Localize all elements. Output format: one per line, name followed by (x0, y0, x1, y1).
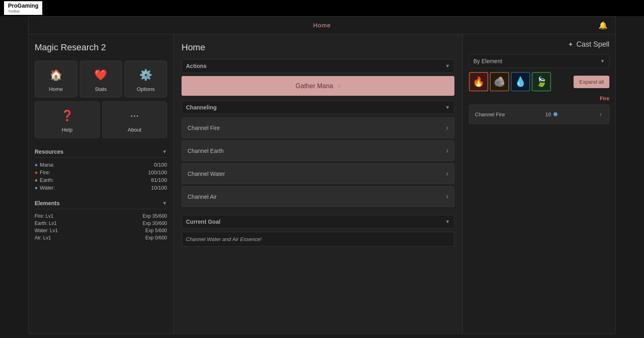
resources-title: Resources (35, 148, 64, 155)
resources-list: ● Mana: 0/100 ● Fire: 100/100 ● Earth: (35, 161, 167, 192)
gather-mana-label: Gather Mana (295, 82, 333, 90)
channel-fire-spell-label: Channel Fire (475, 111, 505, 117)
water-value: 10/100 (151, 185, 167, 191)
elements-section-header[interactable]: Elements ▼ (35, 198, 167, 209)
element-earth: Earth: Lv1 Exp 30/600 (35, 220, 167, 227)
current-goal-section: Current Goal ▼ Channel Water and Air Ess… (182, 215, 454, 247)
channel-fire-button[interactable]: Channel Fire › (182, 117, 454, 138)
channeling-title: Channeling (186, 104, 217, 111)
channel-air-label: Channel Air (188, 194, 217, 200)
resource-mana: ● Mana: 0/100 (35, 161, 167, 169)
mana-dot-icon: ● (35, 162, 38, 168)
help-icon: ❓ (58, 107, 76, 124)
current-goal-title: Current Goal (186, 218, 221, 225)
sidebar: Magic Research 2 🏠 Home ❤️ Stats ⚙️ Opti… (29, 34, 173, 334)
gather-mana-arrow-icon: › (338, 82, 341, 90)
element-air: Air: Lv1 Exp 0/600 (35, 234, 167, 241)
channeling-section-bar[interactable]: Channeling ▼ (182, 101, 454, 114)
earth-value: 81/100 (151, 177, 167, 183)
elements-section: Elements ▼ Fire: Lv1 Exp 35/600 Earth: L… (35, 198, 167, 241)
app-container: Home 🔔 Magic Research 2 🏠 Home ❤️ Stats … (28, 16, 616, 334)
element-earth-label: Earth: Lv1 (35, 221, 57, 226)
element-fire-exp: Exp 35/600 (142, 213, 167, 219)
resource-earth: ● Earth: 81/100 (35, 176, 167, 184)
channel-earth-button[interactable]: Channel Earth › (182, 140, 454, 161)
channel-fire-count-value: 10 (545, 111, 551, 117)
channel-fire-arrow-button[interactable]: › (598, 109, 603, 120)
actions-section-bar[interactable]: Actions ▼ (182, 59, 454, 73)
resource-water: ● Water: 10/100 (35, 184, 167, 192)
mana-label: Mana: (40, 162, 54, 168)
water-element-icon[interactable]: 💧 (511, 72, 530, 91)
nav-label-stats: Stats (95, 86, 107, 92)
gather-mana-button[interactable]: Gather Mana › (182, 76, 454, 96)
actions-title: Actions (186, 63, 206, 69)
channel-air-button[interactable]: Channel Air › (182, 186, 454, 207)
center-content: Home Actions ▼ Gather Mana › Channeling … (173, 34, 462, 334)
logo-box: ProGaming Toolbar (4, 1, 42, 14)
nav-btn-help[interactable]: ❓ Help (35, 101, 100, 138)
mana-value: 0/100 (154, 162, 167, 168)
nav-grid-top: 🏠 Home ❤️ Stats ⚙️ Options (35, 61, 167, 97)
fire-element-label: Fire (469, 95, 609, 101)
fire-dot-icon: ● (35, 169, 38, 175)
water-dot-icon: ● (35, 185, 38, 191)
channel-fire-spell-row[interactable]: Channel Fire 10 › (469, 105, 609, 124)
element-fire: Fire: Lv1 Exp 35/600 (35, 212, 167, 220)
channel-fire-label: Channel Fire (188, 125, 220, 131)
channel-air-arrow-icon: › (446, 192, 448, 201)
element-earth-exp: Exp 30/600 (142, 221, 167, 226)
element-water: Water: Lv1 Exp 5/600 (35, 227, 167, 234)
wand-icon: ✦ (568, 41, 573, 48)
element-air-label: Air: Lv1 (35, 235, 51, 241)
element-icons-row: 🔥 🪨 💧 🍃 Expand all (469, 72, 609, 91)
elements-chevron-icon: ▼ (162, 200, 167, 206)
stats-icon: ❤️ (92, 66, 109, 84)
about-icon: ··· (126, 107, 143, 124)
app-header: Home 🔔 (29, 16, 615, 34)
nav-label-options: Options (137, 86, 155, 92)
nav-btn-stats[interactable]: ❤️ Stats (80, 61, 122, 97)
cast-spell-header: ✦ Cast Spell (469, 40, 609, 49)
channel-earth-arrow-icon: › (446, 146, 448, 155)
element-air-exp: Exp 0/600 (145, 235, 167, 241)
resources-section-header[interactable]: Resources ▼ (35, 146, 167, 158)
logo-sub: Toolbar (8, 9, 38, 13)
fire-element-icon[interactable]: 🔥 (469, 72, 488, 91)
elements-title: Elements (35, 200, 60, 206)
cast-spell-title: Cast Spell (576, 40, 609, 49)
expand-all-button[interactable]: Expand all (574, 76, 609, 88)
bell-icon[interactable]: 🔔 (599, 21, 607, 30)
current-goal-bar[interactable]: Current Goal ▼ (182, 215, 454, 229)
actions-section: Actions ▼ Gather Mana › (182, 59, 454, 96)
nav-btn-about[interactable]: ··· About (102, 101, 167, 138)
nav-label-about: About (128, 127, 141, 133)
by-element-title: By Element (473, 58, 502, 64)
element-fire-label: Fire: Lv1 (35, 213, 54, 219)
elements-list: Fire: Lv1 Exp 35/600 Earth: Lv1 Exp 30/6… (35, 212, 167, 241)
by-element-bar[interactable]: By Element ▼ (469, 54, 609, 68)
resource-fire: ● Fire: 100/100 (35, 169, 167, 176)
nav-label-home: Home (49, 86, 63, 92)
element-water-exp: Exp 5/600 (145, 228, 167, 233)
logo-main: ProGaming (8, 3, 38, 9)
earth-element-icon[interactable]: 🪨 (490, 72, 509, 91)
air-element-icon[interactable]: 🍃 (532, 72, 551, 91)
sidebar-title: Magic Research 2 (35, 42, 167, 53)
earth-label: Earth: (40, 177, 54, 183)
count-dot-icon (553, 112, 557, 116)
right-panel: ✦ Cast Spell By Element ▼ 🔥 🪨 💧 🍃 Expand… (462, 34, 615, 334)
fire-value: 100/100 (148, 169, 167, 175)
channel-water-arrow-icon: › (446, 169, 448, 178)
channel-water-button[interactable]: Channel Water › (182, 163, 454, 184)
nav-btn-home[interactable]: 🏠 Home (35, 61, 77, 97)
nav-grid-bottom: ❓ Help ··· About (35, 101, 167, 138)
top-bar: ProGaming Toolbar (0, 0, 644, 16)
resources-chevron-icon: ▼ (162, 149, 167, 155)
channeling-chevron-icon: ▼ (445, 105, 450, 110)
water-label: Water: (40, 185, 55, 191)
main-layout: Magic Research 2 🏠 Home ❤️ Stats ⚙️ Opti… (29, 34, 615, 334)
current-goal-text: Channel Water and Air Essence! (182, 232, 454, 247)
nav-btn-options[interactable]: ⚙️ Options (124, 61, 167, 97)
channel-fire-count: 10 (545, 111, 557, 117)
